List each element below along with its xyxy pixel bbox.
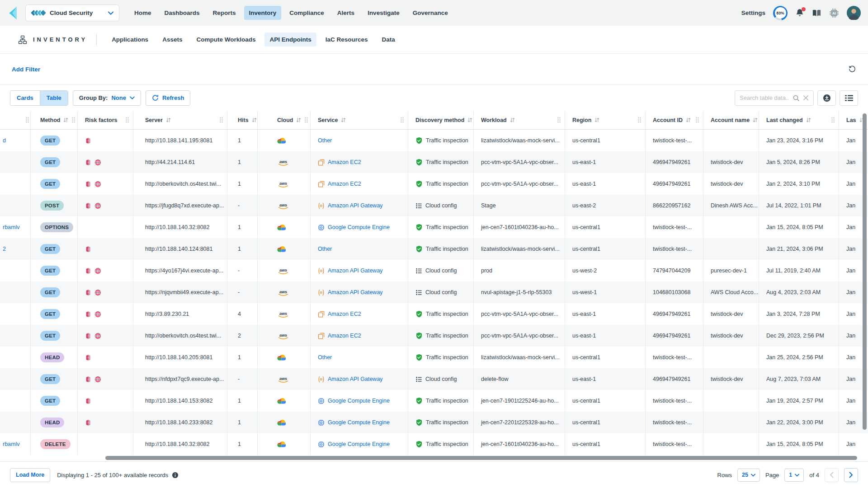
horizontal-scrollbar[interactable]	[105, 456, 857, 460]
product-selector-dropdown[interactable]: Cloud Security	[25, 5, 119, 21]
drag-handle-icon[interactable]	[25, 117, 29, 123]
drag-handle-icon[interactable]	[71, 117, 75, 123]
column-header-last_changed[interactable]: Last changed	[759, 111, 839, 129]
service-link[interactable]: Amazon EC2	[328, 311, 361, 317]
search-icon[interactable]	[793, 94, 800, 102]
table-row[interactable]: HEADhttp://10.188.140.233:80821Google Co…	[0, 412, 868, 433]
column-header-workload[interactable]: Workload	[473, 111, 565, 129]
table-row[interactable]: rbamlvDELETEhttp://10.188.140.32:80821Go…	[0, 433, 868, 455]
account-id-value: 496947949261	[653, 159, 690, 165]
endpoint-link[interactable]: rbamlv	[3, 224, 20, 230]
drag-handle-icon[interactable]	[557, 117, 561, 123]
service-link[interactable]: Google Compute Engine	[328, 398, 390, 404]
nav-item-inventory[interactable]: Inventory	[244, 6, 282, 20]
notifications-bell-icon[interactable]	[795, 8, 804, 18]
service-link[interactable]: Other	[318, 246, 332, 252]
service-link[interactable]: Amazon API Gateway	[328, 267, 383, 274]
nav-item-dashboards[interactable]: Dashboards	[160, 6, 205, 20]
shield-check-icon	[415, 397, 423, 404]
table-row[interactable]: GEThttp://10.188.140.153:80821Google Com…	[0, 390, 868, 412]
clear-search-icon[interactable]	[803, 95, 809, 101]
load-more-button[interactable]: Load More	[10, 468, 50, 482]
vertical-scrollbar[interactable]	[863, 113, 867, 430]
usage-progress-badge[interactable]: 83%	[773, 6, 788, 20]
drag-handle-icon[interactable]	[637, 117, 642, 123]
table-row[interactable]: POSThttps://jfugd8q7xd.execute-ap...-aws…	[0, 195, 868, 216]
table-row[interactable]: GEThttps://4yo167j4vi.execute-ap...-awsA…	[0, 260, 868, 282]
column-header-method[interactable]: Method	[30, 111, 77, 129]
table-view-button[interactable]: Table	[40, 91, 68, 105]
service-link[interactable]: Google Compute Engine	[328, 419, 390, 426]
table-row[interactable]: GEThttp://oberkovitch.os4test.twi...1aws…	[0, 173, 868, 195]
ai-chip-icon[interactable]: AI	[829, 8, 839, 18]
door-icon	[85, 246, 91, 253]
service-link[interactable]: Other	[318, 137, 332, 144]
service-link[interactable]: Amazon EC2	[328, 333, 361, 339]
service-link[interactable]: Amazon EC2	[328, 181, 361, 187]
table-row[interactable]: 2GEThttp://10.188.140.124:80811OtherTraf…	[0, 238, 868, 260]
tab-assets[interactable]: Assets	[157, 33, 187, 47]
discovery-method-label: Traffic inspection	[426, 311, 468, 317]
nav-item-reports[interactable]: Reports	[208, 6, 241, 20]
download-button[interactable]	[817, 90, 836, 106]
table-row[interactable]: rbamlvOPTIONShttp://10.188.140.32:80821G…	[0, 216, 868, 238]
table-row[interactable]: GEThttp://oberkovitch.os4test.twi...2aws…	[0, 325, 868, 347]
column-header-cloud[interactable]: Cloud	[257, 111, 310, 129]
tab-iac-resources[interactable]: IaC Resources	[321, 33, 373, 47]
user-avatar[interactable]	[847, 6, 861, 20]
service-link[interactable]: Other	[318, 354, 332, 361]
nav-item-investigate[interactable]: Investigate	[363, 6, 405, 20]
tab-api-endpoints[interactable]: API Endpoints	[264, 33, 316, 47]
endpoint-link[interactable]: 2	[3, 246, 6, 252]
service-link[interactable]: Amazon EC2	[328, 159, 361, 165]
group-by-dropdown[interactable]: Group By: None	[73, 90, 141, 106]
tab-data[interactable]: Data	[377, 33, 400, 47]
nav-item-governance[interactable]: Governance	[408, 6, 453, 20]
search-input[interactable]	[740, 94, 789, 101]
drag-handle-icon[interactable]	[831, 117, 835, 123]
service-link[interactable]: Google Compute Engine	[328, 441, 390, 447]
refresh-button[interactable]: Refresh	[146, 90, 190, 106]
table-row[interactable]: HEADhttp://10.188.140.205:80811OtherTraf…	[0, 347, 868, 368]
next-page-button[interactable]	[844, 468, 858, 482]
rows-per-page-select[interactable]: 25	[737, 469, 760, 482]
drag-handle-icon[interactable]	[125, 117, 129, 123]
table-row[interactable]: dGEThttp://10.188.141.195:80811OtherTraf…	[0, 130, 868, 151]
column-header-server[interactable]: Server	[133, 111, 227, 129]
table-row[interactable]: GEThttp://44.214.114.611awsAmazon EC2Tra…	[0, 151, 868, 173]
table-row[interactable]: GEThttps://njqvmbii49.execute-ap...-awsA…	[0, 282, 868, 303]
table-row[interactable]: GEThttp://3.89.230.214awsAmazon EC2Traff…	[0, 303, 868, 325]
endpoint-link[interactable]: rbamlv	[3, 441, 20, 447]
hits-value: 1	[238, 246, 241, 252]
nav-item-alerts[interactable]: Alerts	[332, 6, 359, 20]
settings-link[interactable]: Settings	[741, 9, 765, 16]
service-link[interactable]: Amazon API Gateway	[328, 202, 383, 209]
drag-handle-icon[interactable]	[400, 117, 404, 123]
undo-icon[interactable]	[848, 65, 856, 73]
column-header-region[interactable]: Region	[565, 111, 645, 129]
drag-handle-icon[interactable]	[695, 117, 699, 123]
nav-item-compliance[interactable]: Compliance	[284, 6, 329, 20]
table-row[interactable]: GEThttps://nfdpxt7qc9.execute-ap...-awsA…	[0, 368, 868, 390]
nav-item-home[interactable]: Home	[129, 6, 156, 20]
drag-handle-icon[interactable]	[304, 117, 308, 123]
service-link[interactable]: Amazon API Gateway	[328, 289, 383, 296]
add-filter-button[interactable]: Add Filter	[12, 66, 40, 73]
docs-book-icon[interactable]	[812, 9, 821, 17]
endpoint-link[interactable]: d	[3, 137, 6, 144]
tab-compute-workloads[interactable]: Compute Workloads	[191, 33, 260, 47]
column-header-discovery[interactable]: Discovery method	[408, 111, 473, 129]
service-link[interactable]: Google Compute Engine	[328, 224, 390, 230]
previous-page-button[interactable]	[825, 468, 839, 482]
page-select[interactable]: 1	[784, 469, 804, 482]
cards-view-button[interactable]: Cards	[10, 91, 40, 105]
column-settings-button[interactable]	[840, 90, 858, 106]
column-header-account_name[interactable]: Account name	[703, 111, 759, 129]
column-header-service[interactable]: Service	[310, 111, 408, 129]
drag-handle-icon[interactable]	[219, 117, 223, 123]
info-icon[interactable]	[172, 472, 179, 479]
column-header-hits[interactable]: Hits	[227, 111, 257, 129]
service-link[interactable]: Amazon API Gateway	[328, 376, 383, 382]
column-header-account_id[interactable]: Account ID	[645, 111, 703, 129]
tab-applications[interactable]: Applications	[107, 33, 153, 47]
